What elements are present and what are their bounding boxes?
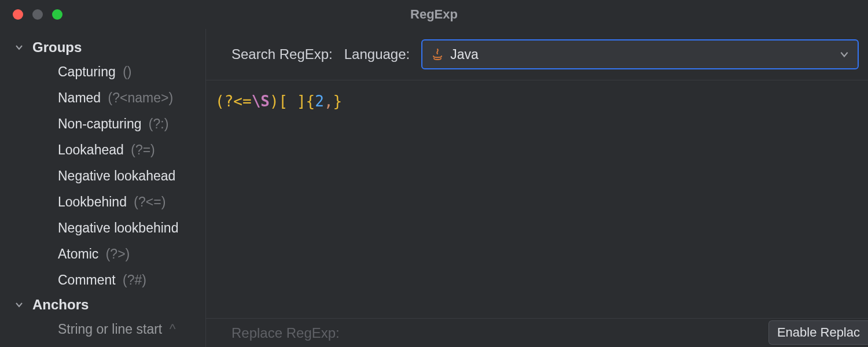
language-label: Language: [344, 46, 410, 62]
chevron-down-icon [839, 49, 849, 60]
close-window-button[interactable] [13, 9, 23, 20]
sidebar: Groups Capturing () Named (?<name>) Non-… [0, 29, 206, 347]
tree-item-negative-lookahead[interactable]: Negative lookahead [0, 163, 205, 189]
window-title: RegExp [0, 7, 868, 22]
tree-item-hint: (?=) [131, 142, 155, 157]
tree-item-string-start[interactable]: String or line start ^ [0, 316, 205, 342]
regex-token: \S [252, 93, 270, 110]
tree-section-groups[interactable]: Groups [0, 36, 205, 59]
search-regexp-label: Search RegExp: [231, 46, 333, 62]
search-bar: Search RegExp: Language: Java [206, 29, 868, 80]
tree-item-label: String or line start [58, 322, 162, 337]
titlebar: RegExp [0, 0, 868, 29]
tree-item-named[interactable]: Named (?<name>) [0, 85, 205, 111]
tree-item-hint: (?>) [106, 246, 130, 261]
regex-editor[interactable]: (?<=\S)[ ]{2,} [206, 80, 868, 347]
tree-items-groups: Capturing () Named (?<name>) Non-capturi… [0, 59, 205, 293]
tree-section-label: Anchors [32, 297, 89, 313]
maximize-window-button[interactable] [52, 9, 62, 20]
replace-regexp-label: Replace RegExp: [231, 325, 340, 341]
regex-token: } [333, 93, 343, 110]
tree-item-label: Atomic [58, 246, 98, 261]
regex-token: , [324, 93, 333, 110]
tree-item-label: Negative lookahead [58, 168, 175, 183]
tree-item-label: Capturing [58, 64, 116, 79]
window-controls [0, 9, 62, 20]
tree-item-hint: (?:) [149, 116, 169, 131]
tree-item-label: Lookahead [58, 142, 124, 157]
tree-item-hint: () [123, 64, 131, 79]
regex-token: 2 [315, 93, 324, 110]
tree-item-comment[interactable]: Comment (?#) [0, 267, 205, 293]
tree-item-hint: (?<name>) [108, 90, 174, 105]
tree-item-label: Non-capturing [58, 116, 141, 131]
language-select[interactable]: Java [421, 39, 859, 69]
regex-token: { [306, 93, 315, 110]
chevron-down-icon [14, 300, 24, 310]
tree-item-negative-lookbehind[interactable]: Negative lookbehind [0, 215, 205, 241]
tree-item-lookbehind[interactable]: Lookbehind (?<=) [0, 189, 205, 215]
regex-token: (?<= [215, 93, 252, 110]
tree-item-label: Named [58, 90, 101, 105]
tree-item-hint: (?<=) [134, 194, 165, 209]
chevron-down-icon [14, 42, 24, 53]
main-panel: Search RegExp: Language: Java (?<=\S)[ ]… [206, 29, 868, 347]
minimize-window-button[interactable] [32, 9, 43, 20]
tree-item-atomic[interactable]: Atomic (?>) [0, 241, 205, 267]
tree-item-capturing[interactable]: Capturing () [0, 59, 205, 85]
button-label: Enable Replac [777, 325, 860, 340]
tree-item-label: Lookbehind [58, 194, 127, 209]
java-icon [431, 47, 444, 61]
tree-section-label: Groups [32, 39, 82, 56]
replace-bar: Replace RegExp: Enable Replac [206, 318, 868, 347]
tree-items-anchors: String or line start ^ [0, 316, 205, 342]
regex-token: [ ] [279, 93, 306, 110]
tree-section-anchors[interactable]: Anchors [0, 293, 205, 316]
tree-item-non-capturing[interactable]: Non-capturing (?:) [0, 111, 205, 137]
tree-item-label: Comment [58, 272, 116, 287]
tree-item-lookahead[interactable]: Lookahead (?=) [0, 137, 205, 163]
tree-item-hint: ^ [170, 322, 176, 337]
tree-item-hint: (?#) [123, 272, 146, 287]
language-value: Java [450, 47, 479, 62]
regex-token: ) [270, 93, 279, 110]
enable-replace-button[interactable]: Enable Replac [768, 320, 868, 345]
tree-item-label: Negative lookbehind [58, 220, 178, 235]
